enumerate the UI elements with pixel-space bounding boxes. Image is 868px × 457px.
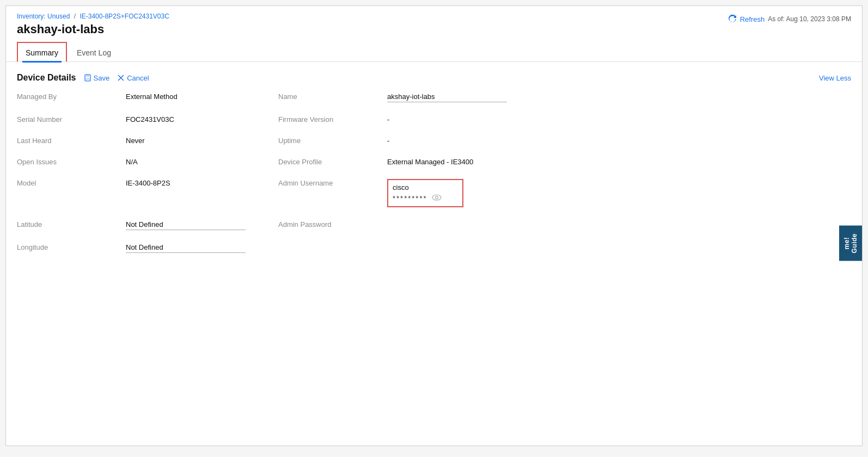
details-grid: Managed By External Method Name akshay-i… <box>17 92 851 253</box>
page-title: akshay-iot-labs <box>17 22 169 36</box>
svg-point-6 <box>435 196 438 199</box>
label-last-heard: Last Heard <box>17 137 126 145</box>
label-admin-password: Admin Password <box>278 220 387 228</box>
value-serial-number: FOC2431V03C <box>126 115 278 123</box>
label-admin-username: Admin Username <box>278 179 387 187</box>
section-header: Device Details Save Cancel View Less <box>17 73 851 83</box>
refresh-timestamp: As of: Aug 10, 2023 3:08 PM <box>768 15 851 23</box>
admin-username-value[interactable]: cisco <box>393 182 458 193</box>
refresh-icon <box>728 15 737 23</box>
value-longitude[interactable]: Not Defined <box>126 243 246 253</box>
breadcrumb-link-device[interactable]: IE-3400-8P2S+FOC2431V03C <box>80 13 169 20</box>
section-title: Device Details <box>17 73 76 83</box>
label-device-profile: Device Profile <box>278 158 387 166</box>
admin-password-row: ********* <box>393 193 458 204</box>
label-latitude: Latitude <box>17 220 126 228</box>
tab-summary[interactable]: Summary <box>17 42 67 61</box>
tab-event-log[interactable]: Event Log <box>69 43 119 61</box>
value-latitude[interactable]: Not Defined <box>126 220 246 230</box>
label-name: Name <box>278 92 387 101</box>
label-managed-by: Managed By <box>17 92 126 101</box>
svg-rect-2 <box>85 78 90 81</box>
admin-credentials-box: cisco ********* <box>387 179 851 207</box>
save-button[interactable]: Save <box>84 74 110 82</box>
value-device-profile: External Managed - IE3400 <box>387 158 851 166</box>
cancel-icon <box>117 74 125 82</box>
value-firmware-version: - <box>387 115 851 123</box>
label-longitude: Longitude <box>17 243 126 251</box>
admin-box: cisco ********* <box>387 179 463 207</box>
tabs-bar: Summary Event Log <box>6 42 862 62</box>
label-model: Model <box>17 179 126 187</box>
refresh-button[interactable]: Refresh <box>740 15 765 23</box>
value-managed-by: External Method <box>126 92 278 101</box>
guide-me-button[interactable]: Guide me! <box>839 226 862 261</box>
value-name[interactable]: akshay-iot-labs <box>387 92 507 102</box>
svg-rect-1 <box>86 75 89 77</box>
admin-password-value: ********* <box>393 194 427 202</box>
value-open-issues: N/A <box>126 158 278 166</box>
save-icon <box>84 74 91 82</box>
label-serial-number: Serial Number <box>17 115 126 123</box>
svg-point-5 <box>432 195 441 200</box>
show-password-icon[interactable] <box>432 194 442 203</box>
view-less-button[interactable]: View Less <box>819 74 851 82</box>
label-open-issues: Open Issues <box>17 158 126 166</box>
breadcrumb-link-inventory[interactable]: Inventory: Unused <box>17 13 70 20</box>
value-uptime: - <box>387 137 851 145</box>
page-header: Inventory: Unused / IE-3400-8P2S+FOC2431… <box>6 6 862 40</box>
label-firmware-version: Firmware Version <box>278 115 387 123</box>
breadcrumb-separator: / <box>74 13 76 20</box>
header-left: Inventory: Unused / IE-3400-8P2S+FOC2431… <box>17 13 169 36</box>
value-model: IE-3400-8P2S <box>126 179 278 187</box>
breadcrumb: Inventory: Unused / IE-3400-8P2S+FOC2431… <box>17 13 169 20</box>
refresh-area: Refresh As of: Aug 10, 2023 3:08 PM <box>728 15 851 23</box>
cancel-button[interactable]: Cancel <box>117 74 149 82</box>
label-uptime: Uptime <box>278 137 387 145</box>
content-area: Device Details Save Cancel View Less <box>6 62 862 264</box>
value-last-heard: Never <box>126 137 278 145</box>
